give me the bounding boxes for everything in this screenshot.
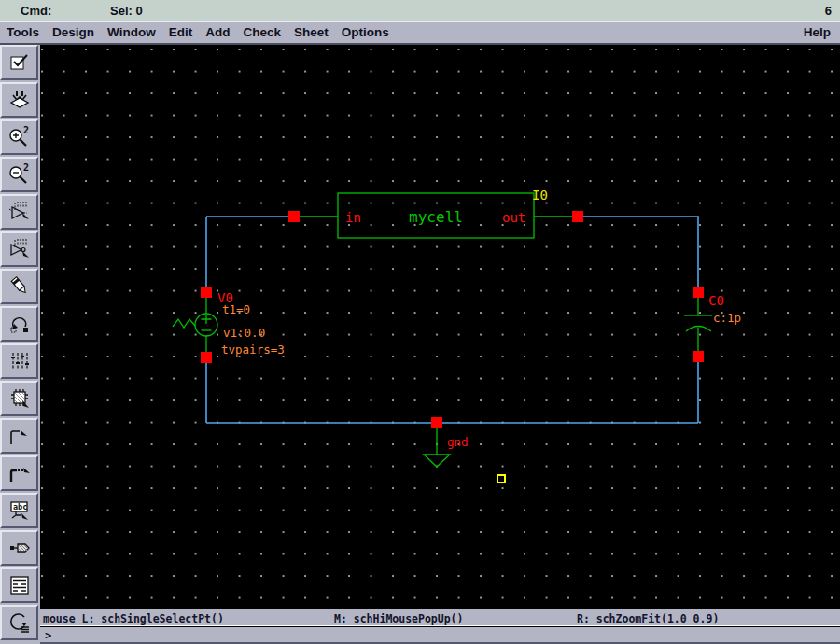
wire-label-button[interactable]: abc	[0, 493, 38, 528]
pin-button[interactable]	[0, 530, 38, 566]
vsource-prop-v1[interactable]: v1:0.0	[223, 326, 265, 340]
svg-text:2: 2	[23, 125, 29, 135]
mouse-left-binding: mouse L: schSingleSelectPt()	[43, 612, 224, 625]
undo-button[interactable]	[0, 306, 38, 342]
undo-icon	[7, 312, 32, 336]
repeat-icon	[7, 610, 32, 635]
check-and-save-icon	[7, 50, 32, 75]
svg-text:2: 2	[23, 162, 29, 173]
instance-name-I0[interactable]: I0	[532, 188, 548, 203]
menu-tools[interactable]: Tools	[0, 22, 46, 43]
wire-label-icon: abc	[7, 498, 32, 523]
toolbar: 2 2	[0, 45, 40, 644]
check-and-save-button[interactable]	[0, 45, 38, 80]
mouse-right-binding: R: schZoomFit(1.0 0.9)	[577, 612, 719, 625]
mouse-middle-binding: M: schHiMousePopUp()	[334, 612, 463, 625]
wire-narrow-icon	[7, 424, 32, 448]
vsource-symbol[interactable]	[173, 298, 217, 352]
stretch-button[interactable]	[0, 194, 38, 230]
zoom-in-2x-icon: 2	[7, 125, 32, 149]
form-icon	[7, 573, 32, 597]
vsource-prop-tvpairs[interactable]: tvpairs=3	[221, 343, 285, 357]
pin-label-in[interactable]: in	[345, 210, 361, 225]
save-icon	[7, 88, 32, 112]
copy-icon	[7, 237, 32, 261]
pin-square-v0-top	[201, 287, 212, 298]
wire-narrow-button[interactable]	[0, 418, 38, 454]
status-bar: mouse L: schSingleSelectPt() M: schHiMou…	[40, 609, 840, 626]
property-button[interactable]	[0, 343, 38, 379]
schematic-canvas[interactable]: in mycell out I0 V0 t1=0 v1:0.0 tvpairs=…	[40, 45, 840, 609]
menu-bar: Tools Design Window Edit Add Check Sheet…	[0, 21, 840, 45]
pin-square-c0-bottom	[693, 351, 704, 362]
pin-square-in	[288, 211, 300, 222]
pin-square-v0-bottom	[201, 352, 212, 363]
zoom-out-2x-button[interactable]: 2	[0, 157, 38, 192]
wire-wide-icon	[7, 461, 32, 485]
menu-options[interactable]: Options	[335, 22, 396, 43]
menu-help[interactable]: Help	[797, 22, 840, 43]
save-button[interactable]	[0, 82, 38, 118]
pin-square-out	[572, 211, 583, 222]
cell-name-label[interactable]: mycell	[409, 208, 463, 226]
wire-wide-button[interactable]	[0, 455, 38, 491]
pin-square-gnd	[431, 417, 442, 428]
cmd-label: Cmd:	[21, 4, 51, 18]
capacitor-prop-c[interactable]: c:1p	[713, 311, 741, 325]
ground-symbol[interactable]	[424, 428, 450, 467]
instance-icon	[7, 386, 32, 411]
menu-check[interactable]: Check	[236, 22, 287, 43]
command-bar: Cmd: Sel: 0 6	[0, 0, 840, 21]
svg-text:abc: abc	[13, 502, 27, 511]
selection-count: Sel: 0	[110, 4, 143, 18]
zoom-in-2x-button[interactable]: 2	[0, 119, 38, 155]
menu-add[interactable]: Add	[199, 22, 236, 43]
command-prompt[interactable]: >	[40, 627, 840, 644]
mycell-instance[interactable]: in mycell out I0	[300, 188, 572, 238]
stretch-icon	[7, 200, 32, 224]
instance-button[interactable]	[0, 381, 38, 416]
property-icon	[7, 349, 32, 373]
vsource-prop-t1[interactable]: t1=0	[222, 302, 250, 316]
pin-squares[interactable]	[201, 211, 704, 428]
ground-net-label[interactable]: gnd	[447, 435, 469, 449]
pin-icon	[7, 536, 32, 560]
zoom-out-2x-icon: 2	[7, 162, 32, 187]
repeat-button[interactable]	[0, 605, 38, 640]
menu-sheet[interactable]: Sheet	[287, 22, 335, 43]
delete-icon	[7, 274, 32, 299]
menu-edit[interactable]: Edit	[162, 22, 200, 43]
delete-button[interactable]	[0, 269, 38, 304]
net-wires[interactable]	[206, 217, 699, 423]
pin-label-out[interactable]: out	[502, 210, 525, 225]
pin-square-c0-top	[693, 287, 704, 298]
prompt-symbol: >	[45, 629, 51, 642]
menu-window[interactable]: Window	[101, 22, 162, 43]
window-number: 6	[825, 4, 832, 18]
form-button[interactable]	[0, 567, 38, 603]
copy-button[interactable]	[0, 231, 38, 267]
pwl-wave-glyph	[173, 319, 195, 328]
menu-design[interactable]: Design	[46, 22, 101, 43]
origin-marker	[497, 475, 505, 483]
instance-name-C0[interactable]: C0	[708, 293, 724, 308]
